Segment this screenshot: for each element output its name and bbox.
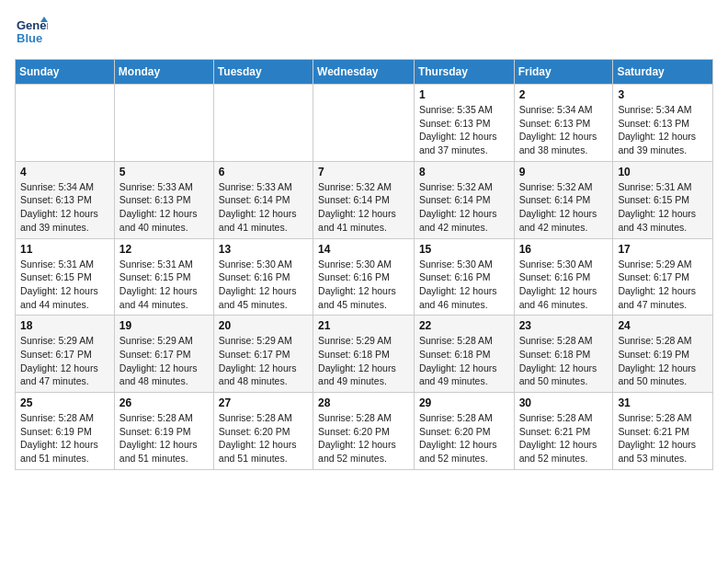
day-info: Sunrise: 5:32 AMSunset: 6:14 PMDaylight:…	[318, 180, 409, 235]
day-of-week-header: Friday	[514, 60, 613, 85]
calendar-day-cell	[313, 85, 415, 162]
calendar-day-cell	[213, 85, 313, 162]
calendar-day-cell: 18Sunrise: 5:29 AMSunset: 6:17 PMDayligh…	[16, 316, 115, 393]
day-info: Sunrise: 5:31 AMSunset: 6:15 PMDaylight:…	[20, 258, 109, 312]
day-info: Sunrise: 5:33 AMSunset: 6:13 PMDaylight:…	[119, 180, 209, 235]
header: General Blue	[15, 15, 713, 48]
day-number: 24	[618, 319, 708, 332]
day-number: 16	[519, 243, 609, 256]
day-info: Sunrise: 5:31 AMSunset: 6:15 PMDaylight:…	[618, 180, 708, 235]
calendar-day-cell: 11Sunrise: 5:31 AMSunset: 6:15 PMDayligh…	[16, 238, 115, 316]
calendar-day-cell	[16, 85, 115, 162]
calendar-week-row: 25Sunrise: 5:28 AMSunset: 6:19 PMDayligh…	[16, 393, 713, 470]
day-info: Sunrise: 5:29 AMSunset: 6:17 PMDaylight:…	[119, 334, 209, 388]
calendar-day-cell: 22Sunrise: 5:28 AMSunset: 6:18 PMDayligh…	[414, 316, 514, 393]
day-number: 8	[419, 166, 509, 178]
calendar-day-cell: 23Sunrise: 5:28 AMSunset: 6:18 PMDayligh…	[514, 316, 613, 393]
calendar-day-cell: 13Sunrise: 5:30 AMSunset: 6:16 PMDayligh…	[213, 238, 313, 316]
calendar-day-cell: 29Sunrise: 5:28 AMSunset: 6:20 PMDayligh…	[414, 393, 514, 470]
day-number: 2	[519, 88, 609, 101]
day-number: 25	[20, 396, 109, 409]
day-number: 3	[618, 88, 708, 101]
calendar-day-cell: 31Sunrise: 5:28 AMSunset: 6:21 PMDayligh…	[613, 393, 713, 470]
day-number: 11	[20, 243, 109, 256]
calendar-day-cell: 14Sunrise: 5:30 AMSunset: 6:16 PMDayligh…	[313, 238, 415, 316]
calendar-header-row: SundayMondayTuesdayWednesdayThursdayFrid…	[16, 60, 713, 85]
calendar-day-cell: 30Sunrise: 5:28 AMSunset: 6:21 PMDayligh…	[514, 393, 613, 470]
day-number: 5	[119, 166, 209, 178]
calendar-week-row: 4Sunrise: 5:34 AMSunset: 6:13 PMDaylight…	[16, 161, 713, 238]
day-info: Sunrise: 5:29 AMSunset: 6:17 PMDaylight:…	[219, 334, 308, 388]
day-info: Sunrise: 5:30 AMSunset: 6:16 PMDaylight:…	[419, 258, 509, 312]
svg-text:Blue: Blue	[17, 31, 42, 45]
calendar-day-cell: 4Sunrise: 5:34 AMSunset: 6:13 PMDaylight…	[16, 161, 115, 238]
day-number: 22	[419, 319, 509, 332]
day-info: Sunrise: 5:28 AMSunset: 6:20 PMDaylight:…	[219, 411, 308, 465]
calendar-week-row: 11Sunrise: 5:31 AMSunset: 6:15 PMDayligh…	[16, 238, 713, 316]
day-of-week-header: Saturday	[613, 60, 713, 85]
calendar-week-row: 18Sunrise: 5:29 AMSunset: 6:17 PMDayligh…	[16, 316, 713, 393]
calendar-week-row: 1Sunrise: 5:35 AMSunset: 6:13 PMDaylight…	[16, 85, 713, 162]
calendar-day-cell: 15Sunrise: 5:30 AMSunset: 6:16 PMDayligh…	[414, 238, 514, 316]
calendar-day-cell: 21Sunrise: 5:29 AMSunset: 6:18 PMDayligh…	[313, 316, 415, 393]
day-info: Sunrise: 5:28 AMSunset: 6:18 PMDaylight:…	[519, 334, 609, 388]
day-number: 17	[618, 243, 708, 256]
day-number: 6	[219, 166, 308, 178]
day-info: Sunrise: 5:34 AMSunset: 6:13 PMDaylight:…	[519, 103, 609, 157]
calendar-day-cell: 7Sunrise: 5:32 AMSunset: 6:14 PMDaylight…	[313, 161, 415, 238]
calendar-day-cell: 26Sunrise: 5:28 AMSunset: 6:19 PMDayligh…	[114, 393, 213, 470]
day-info: Sunrise: 5:33 AMSunset: 6:14 PMDaylight:…	[219, 180, 308, 235]
day-of-week-header: Sunday	[16, 60, 115, 85]
calendar-day-cell: 10Sunrise: 5:31 AMSunset: 6:15 PMDayligh…	[613, 161, 713, 238]
calendar-day-cell: 17Sunrise: 5:29 AMSunset: 6:17 PMDayligh…	[613, 238, 713, 316]
day-of-week-header: Monday	[114, 60, 213, 85]
calendar-day-cell: 25Sunrise: 5:28 AMSunset: 6:19 PMDayligh…	[16, 393, 115, 470]
day-number: 12	[119, 243, 209, 256]
calendar-day-cell	[114, 85, 213, 162]
calendar-table: SundayMondayTuesdayWednesdayThursdayFrid…	[15, 59, 713, 470]
day-info: Sunrise: 5:28 AMSunset: 6:19 PMDaylight:…	[20, 411, 109, 465]
day-info: Sunrise: 5:29 AMSunset: 6:18 PMDaylight:…	[318, 334, 409, 388]
calendar-day-cell: 19Sunrise: 5:29 AMSunset: 6:17 PMDayligh…	[114, 316, 213, 393]
calendar-day-cell: 27Sunrise: 5:28 AMSunset: 6:20 PMDayligh…	[213, 393, 313, 470]
day-number: 28	[318, 396, 409, 409]
day-number: 14	[318, 243, 409, 256]
calendar-day-cell: 3Sunrise: 5:34 AMSunset: 6:13 PMDaylight…	[613, 85, 713, 162]
calendar-day-cell: 28Sunrise: 5:28 AMSunset: 6:20 PMDayligh…	[313, 393, 415, 470]
day-info: Sunrise: 5:31 AMSunset: 6:15 PMDaylight:…	[119, 258, 209, 312]
day-of-week-header: Tuesday	[213, 60, 313, 85]
day-number: 31	[618, 396, 708, 409]
day-info: Sunrise: 5:35 AMSunset: 6:13 PMDaylight:…	[419, 103, 509, 157]
calendar-day-cell: 12Sunrise: 5:31 AMSunset: 6:15 PMDayligh…	[114, 238, 213, 316]
day-number: 7	[318, 166, 409, 178]
day-number: 1	[419, 88, 509, 101]
calendar-day-cell: 5Sunrise: 5:33 AMSunset: 6:13 PMDaylight…	[114, 161, 213, 238]
calendar-day-cell: 24Sunrise: 5:28 AMSunset: 6:19 PMDayligh…	[613, 316, 713, 393]
day-number: 29	[419, 396, 509, 409]
calendar-day-cell: 20Sunrise: 5:29 AMSunset: 6:17 PMDayligh…	[213, 316, 313, 393]
day-info: Sunrise: 5:32 AMSunset: 6:14 PMDaylight:…	[519, 180, 609, 235]
day-number: 19	[119, 319, 209, 332]
day-number: 21	[318, 319, 409, 332]
day-info: Sunrise: 5:29 AMSunset: 6:17 PMDaylight:…	[20, 334, 109, 388]
day-info: Sunrise: 5:28 AMSunset: 6:21 PMDaylight:…	[618, 411, 708, 465]
calendar-day-cell: 2Sunrise: 5:34 AMSunset: 6:13 PMDaylight…	[514, 85, 613, 162]
day-of-week-header: Wednesday	[313, 60, 415, 85]
day-number: 15	[419, 243, 509, 256]
day-info: Sunrise: 5:28 AMSunset: 6:18 PMDaylight:…	[419, 334, 509, 388]
day-number: 23	[519, 319, 609, 332]
day-info: Sunrise: 5:28 AMSunset: 6:20 PMDaylight:…	[419, 411, 509, 465]
day-info: Sunrise: 5:28 AMSunset: 6:20 PMDaylight:…	[318, 411, 409, 465]
day-number: 9	[519, 166, 609, 178]
calendar-day-cell: 8Sunrise: 5:32 AMSunset: 6:14 PMDaylight…	[414, 161, 514, 238]
day-info: Sunrise: 5:34 AMSunset: 6:13 PMDaylight:…	[20, 180, 109, 235]
day-number: 13	[219, 243, 308, 256]
logo: General Blue	[15, 15, 51, 48]
calendar-day-cell: 16Sunrise: 5:30 AMSunset: 6:16 PMDayligh…	[514, 238, 613, 316]
day-number: 27	[219, 396, 308, 409]
day-number: 30	[519, 396, 609, 409]
day-of-week-header: Thursday	[414, 60, 514, 85]
day-info: Sunrise: 5:28 AMSunset: 6:21 PMDaylight:…	[519, 411, 609, 465]
day-info: Sunrise: 5:30 AMSunset: 6:16 PMDaylight:…	[219, 258, 308, 312]
day-info: Sunrise: 5:34 AMSunset: 6:13 PMDaylight:…	[618, 103, 708, 157]
